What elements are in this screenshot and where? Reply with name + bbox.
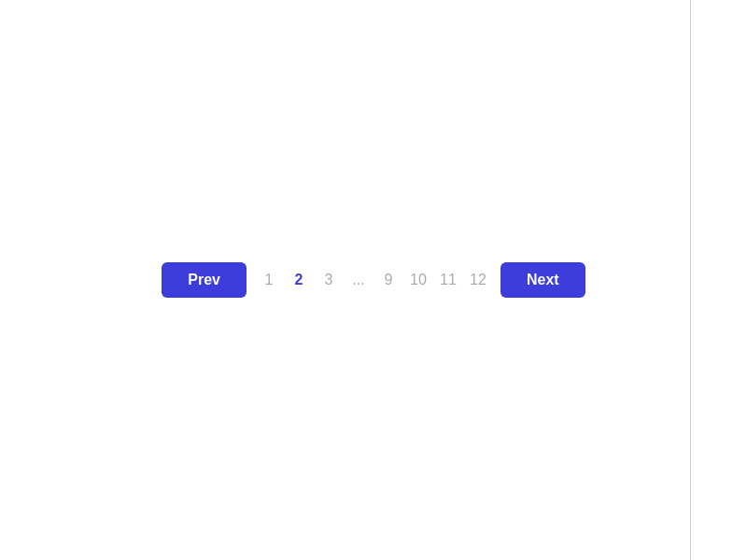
- vertical-divider: [690, 0, 691, 560]
- page-item[interactable]: 11: [433, 265, 463, 295]
- page-item[interactable]: 1: [254, 265, 284, 295]
- page-item[interactable]: 9: [374, 265, 403, 295]
- page-item[interactable]: 10: [403, 265, 433, 295]
- pagination-nav: Prev 123...9101112 Next: [162, 262, 585, 298]
- page-item-active[interactable]: 2: [284, 265, 314, 295]
- next-button[interactable]: Next: [500, 262, 585, 298]
- page-item[interactable]: 3: [314, 265, 344, 295]
- ellipsis: ...: [344, 265, 374, 295]
- page-item[interactable]: 12: [463, 265, 493, 295]
- prev-button[interactable]: Prev: [162, 262, 247, 298]
- page-numbers: 123...9101112: [254, 265, 493, 295]
